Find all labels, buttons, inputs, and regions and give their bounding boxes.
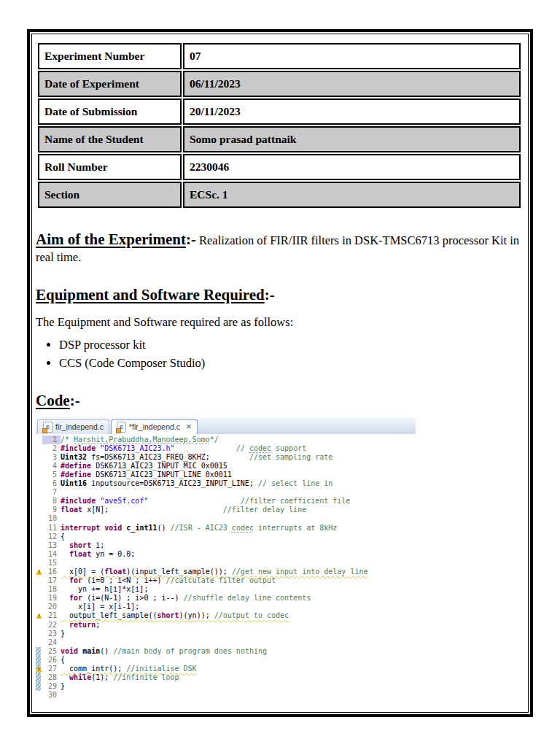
- gutter-marker: [36, 656, 42, 665]
- gutter-marker: [36, 603, 42, 611]
- line-text: Uint16 inputsource=DSK6713_AIC23_INPUT_L…: [61, 479, 416, 488]
- c-file-icon: c: [117, 422, 126, 433]
- gutter-marker: [36, 524, 42, 533]
- line-number: 23: [42, 630, 61, 638]
- line-text: x[i] = x[i-1];: [61, 603, 416, 611]
- line-text: #include "ave5f.cof" //filter coefficien…: [61, 497, 416, 506]
- gutter-marker: [36, 691, 42, 700]
- code-line: 14 float yn = 0.0;: [36, 550, 416, 559]
- gutter-marker: [36, 559, 42, 568]
- equipment-item: CCS (Code Composer Studio): [59, 356, 524, 371]
- code-line: 19 for (i=(N-1) ; i>0 ; i--) //shuffle d…: [36, 594, 416, 603]
- gutter-marker: [36, 594, 42, 603]
- equipment-heading: Equipment and Software Required: [36, 286, 265, 303]
- code-line: 1/* Harshit,Prabuddha,Manodeep,Somo*/: [36, 436, 416, 444]
- gutter-marker: [36, 479, 42, 488]
- line-text: x[0] = (float)(input_left_sample()); //g…: [61, 568, 416, 576]
- code-line: 4#define DSK6713_AIC23_INPUT_MIC 0x0015: [36, 462, 416, 471]
- change-bar-icon: [36, 673, 41, 682]
- gutter-marker: [36, 585, 42, 594]
- info-table: Experiment Number07Date of Experiment06/…: [36, 42, 522, 209]
- line-text: float x[N]; //filter delay line: [61, 506, 416, 514]
- row-value: 06/11/2023: [183, 71, 521, 97]
- code-line: 5#define DSK6713_AIC23_INPUT_LINE 0x0011: [36, 471, 416, 479]
- line-text: short i;: [61, 541, 416, 550]
- line-number: 29: [42, 682, 61, 691]
- code-line: 6Uint16 inputsource=DSK6713_AIC23_INPUT_…: [36, 479, 416, 488]
- code-line: 24: [36, 638, 416, 647]
- row-label: Roll Number: [38, 154, 182, 180]
- page-border: Experiment Number07Date of Experiment06/…: [27, 29, 533, 717]
- row-label: Name of the Student: [38, 126, 182, 152]
- line-number: 21: [42, 611, 61, 620]
- line-text: [61, 691, 416, 700]
- code-section-heading: Code:-: [36, 390, 524, 410]
- gutter-marker: [36, 638, 42, 647]
- line-text: }: [61, 682, 416, 691]
- gutter-marker: !: [36, 568, 42, 576]
- warning-icon: !: [36, 613, 42, 619]
- change-bar-icon: [36, 656, 41, 665]
- gutter-marker: [36, 541, 42, 550]
- warning-icon: !: [36, 569, 42, 575]
- line-text: [61, 488, 416, 497]
- code-separator: :-: [70, 392, 80, 409]
- gutter-marker: [36, 673, 42, 682]
- line-text: #include "DSK6713_AIC23.h" // codec supp…: [61, 444, 416, 453]
- row-value: 20/11/2023: [183, 98, 521, 125]
- tab-close-icon[interactable]: ✕: [186, 423, 192, 430]
- line-number: 17: [42, 576, 61, 585]
- row-label: Experiment Number: [38, 43, 182, 69]
- code-line: 20 x[i] = x[i-1];: [36, 603, 416, 611]
- code-line: !21 output_left_sample((short)(yn)); //o…: [36, 611, 416, 620]
- change-bar-icon: [36, 647, 41, 656]
- line-number: 3: [42, 453, 61, 462]
- line-text: }: [61, 630, 416, 638]
- code-line: 17 for (i=0 ; i<N ; i++) //calculate fil…: [36, 576, 416, 585]
- gutter-marker: [36, 533, 42, 541]
- line-number: 25: [42, 647, 61, 656]
- code-line: 13 short i;: [36, 541, 416, 550]
- aim-heading: Aim of the Experiment: [36, 231, 186, 248]
- editor-tab[interactable]: cfir_independ.c: [37, 419, 109, 434]
- line-number: 24: [42, 638, 61, 647]
- line-number: 27: [42, 665, 61, 673]
- line-text: /* Harshit,Prabuddha,Manodeep,Somo*/: [61, 436, 416, 444]
- code-line: 18 yn += h[i]*x[i];: [36, 585, 416, 594]
- aim-section: Aim of the Experiment:- Realization of F…: [36, 229, 524, 266]
- code-line: 23}: [36, 630, 416, 638]
- editor-tab-active[interactable]: c*fir_independ.c✕: [111, 419, 198, 434]
- line-number: 30: [42, 691, 61, 700]
- table-row: SectionECSc. 1: [38, 182, 521, 208]
- code-line: 10: [36, 514, 416, 523]
- line-number: 1: [42, 436, 61, 444]
- line-text: Uint32 fs=DSK6713_AIC23_FREQ_8KHZ; //set…: [61, 453, 416, 462]
- line-text: [61, 559, 416, 568]
- code-line: 12{: [36, 533, 416, 541]
- row-value: ECSc. 1: [183, 182, 521, 208]
- equipment-list: DSP processor kitCCS (Code Composer Stud…: [43, 338, 524, 371]
- gutter-marker: [36, 488, 42, 497]
- line-text: while(1); //infinite loop: [61, 673, 416, 682]
- row-label: Date of Experiment: [38, 71, 182, 97]
- line-number: 22: [42, 621, 61, 630]
- code-line: 7: [36, 488, 416, 497]
- line-text: comm_intr(); //initialise DSK: [61, 665, 416, 673]
- code-line: 15: [36, 559, 416, 568]
- table-row: Experiment Number07: [38, 43, 521, 69]
- line-text: yn += h[i]*x[i];: [61, 585, 416, 594]
- info-table-body: Experiment Number07Date of Experiment06/…: [38, 43, 521, 208]
- line-number: 19: [42, 594, 61, 603]
- gutter-marker: [36, 436, 42, 444]
- gutter-marker: [36, 497, 42, 506]
- line-text: void main() //main body of program does …: [61, 647, 416, 656]
- line-text: for (i=0 ; i<N ; i++) //calculate filter…: [61, 576, 416, 585]
- gutter-marker: [36, 462, 42, 471]
- line-number: 5: [42, 471, 61, 479]
- line-number: 18: [42, 585, 61, 594]
- code-line: 22 return;: [36, 621, 416, 630]
- code-line: 8#include "ave5f.cof" //filter coefficie…: [36, 497, 416, 506]
- editor-tab-bar: cfir_independ.cc*fir_independ.c✕: [36, 417, 416, 434]
- row-value: Somo prasad pattnaik: [183, 126, 521, 152]
- line-number: 9: [42, 506, 61, 514]
